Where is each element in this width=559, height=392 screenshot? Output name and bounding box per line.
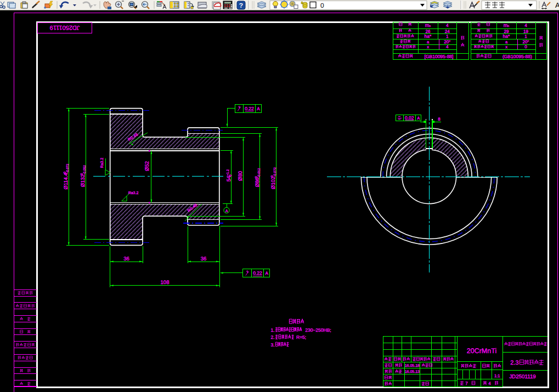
svg-text:0.22: 0.22	[245, 106, 254, 111]
svg-text:a: a	[505, 39, 508, 44]
svg-text:Ø80: Ø80	[238, 171, 244, 181]
svg-text:0: 0	[524, 44, 527, 49]
svg-text:1: 1	[524, 34, 527, 39]
svg-text:1: 1	[446, 34, 449, 39]
svg-text:8: 8	[438, 117, 441, 122]
svg-text:24: 24	[445, 29, 450, 34]
svg-text:mn: mn	[425, 22, 431, 28]
svg-text:2.: 2.	[271, 334, 275, 340]
svg-text:1:1: 1:1	[494, 373, 500, 378]
svg-text:A: A	[257, 106, 260, 111]
svg-text:16.05.18: 16.05.18	[405, 364, 420, 368]
svg-text:A: A	[265, 271, 268, 276]
svg-text:0.02: 0.02	[405, 115, 414, 121]
svg-text:A: A	[225, 209, 228, 213]
svg-text:ha*: ha*	[425, 33, 432, 39]
svg-text:4: 4	[524, 23, 527, 28]
svg-text:Ø114.4-0.0720: Ø114.4-0.0720	[63, 163, 70, 189]
svg-text:(GB10095-88): (GB10095-88)	[502, 54, 532, 59]
svg-text:Ø52: Ø52	[144, 161, 150, 171]
svg-text:3.: 3.	[271, 342, 275, 348]
svg-text:230~250HB;: 230~250HB;	[305, 327, 331, 333]
svg-text:JD2501119: JD2501119	[509, 374, 536, 380]
svg-text:108: 108	[161, 280, 170, 286]
svg-text:R=5;: R=5;	[296, 334, 306, 340]
svg-text:20CrMnTi: 20CrMnTi	[467, 347, 496, 355]
svg-text:ha*: ha*	[503, 33, 510, 39]
svg-text:Ra3.2: Ra3.2	[100, 158, 104, 168]
svg-text:36: 36	[201, 256, 207, 262]
svg-text:20°: 20°	[522, 39, 529, 44]
svg-text:4: 4	[446, 23, 449, 28]
svg-text:a: a	[427, 39, 430, 44]
svg-text:4: 4	[488, 381, 491, 386]
svg-text:A: A	[417, 116, 420, 121]
svg-text:x: x	[505, 44, 507, 49]
svg-text:Ra3.2: Ra3.2	[128, 191, 139, 195]
svg-text:2.3: 2.3	[510, 360, 518, 366]
svg-text:mn: mn	[504, 22, 510, 28]
svg-text:1.: 1.	[271, 327, 275, 333]
svg-text:7: 7	[465, 381, 468, 386]
svg-text:20°: 20°	[444, 39, 450, 44]
svg-text:JD2501119: JD2501119	[50, 24, 80, 31]
svg-text:x: x	[427, 44, 429, 49]
svg-text:0.22: 0.22	[253, 270, 262, 276]
svg-text:36: 36	[123, 256, 129, 262]
svg-text:16.05.13: 16.05.13	[405, 370, 420, 374]
svg-text:[GB10095-88]: [GB10095-88]	[425, 54, 454, 59]
svg-text:19: 19	[523, 29, 528, 34]
svg-text:4: 4	[446, 44, 449, 49]
